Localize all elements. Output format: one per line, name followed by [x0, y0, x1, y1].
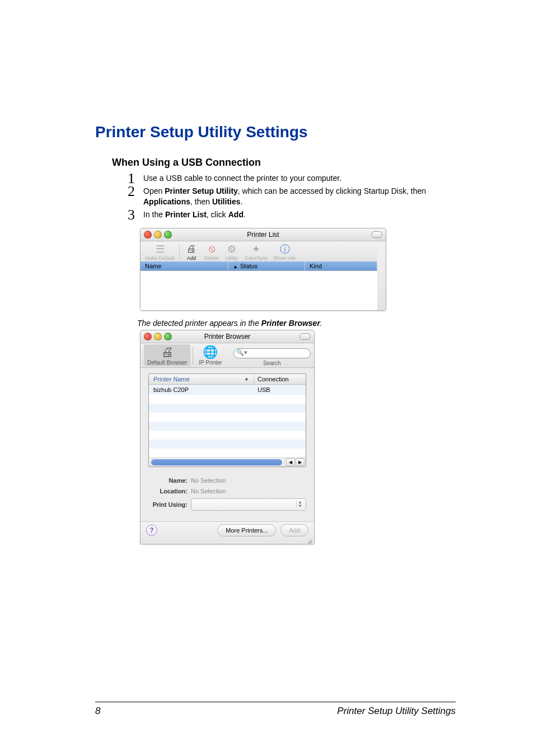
- column-connection[interactable]: Connection: [254, 374, 306, 384]
- make-default-label: Make Default: [145, 255, 175, 261]
- steps-list: 1 Use a USB cable to connect the printer…: [128, 173, 456, 220]
- utility-label: Utility: [226, 255, 238, 261]
- minimize-icon[interactable]: [154, 231, 162, 239]
- step-2-pre: Open: [143, 186, 165, 195]
- step-3-text: In the Printer List, click Add.: [143, 210, 246, 219]
- caption-text: The detected printer appears in the Prin…: [137, 319, 456, 328]
- printer-browser-titlebar[interactable]: Printer Browser: [140, 330, 314, 343]
- print-using-label: Print Using:: [148, 501, 188, 508]
- tab-default-browser-label: Default Browser: [147, 360, 187, 366]
- close-icon[interactable]: [144, 231, 152, 239]
- step-3-post: .: [243, 210, 246, 219]
- search-label: Search: [263, 360, 281, 366]
- make-default-icon: ☰: [153, 243, 167, 255]
- connection-value: USB: [254, 385, 306, 395]
- step-3-mid: , click: [207, 210, 228, 219]
- step-1-text: Use a USB cable to connect the printer t…: [143, 174, 341, 183]
- print-using-select[interactable]: ▲▼: [191, 498, 306, 511]
- toolbar-toggle-icon[interactable]: [299, 333, 311, 340]
- delete-label: Delete: [204, 255, 219, 261]
- section-subheading: When Using a USB Connection: [112, 157, 456, 169]
- ip-printer-icon: 🌐: [203, 345, 218, 360]
- footer-text: Printer Setup Utility Settings: [337, 706, 456, 717]
- step-2-b1: Printer Setup Utility: [165, 186, 238, 195]
- column-status[interactable]: ▲Status: [228, 262, 305, 270]
- step-3-pre: In the: [143, 210, 165, 219]
- step-2-mid2: , then: [190, 197, 212, 206]
- printer-list-title: Printer List: [247, 231, 279, 239]
- step-2-post: .: [241, 197, 243, 206]
- delete-icon: ⦸: [204, 243, 219, 255]
- utility-icon: ⚙: [224, 243, 239, 255]
- show-info-button[interactable]: ⓘ Show Info: [271, 242, 298, 262]
- step-2-text: Open Printer Setup Utility, which can be…: [143, 186, 426, 206]
- zoom-icon[interactable]: [164, 231, 172, 239]
- page-title: Printer Setup Utility Settings: [95, 123, 456, 141]
- zoom-icon[interactable]: [164, 333, 172, 340]
- printer-browser-window: Printer Browser 🖨 Default Browser 🌐 IP P…: [140, 330, 315, 544]
- caption-post: .: [320, 319, 322, 328]
- step-3: 3 In the Printer List, click Add.: [128, 209, 456, 220]
- close-icon[interactable]: [144, 333, 152, 340]
- location-value: No Selection: [191, 488, 306, 494]
- window-controls: [144, 333, 172, 340]
- more-printers-button[interactable]: More Printers...: [217, 524, 276, 536]
- tab-ip-printer-label: IP Printer: [199, 360, 222, 366]
- step-2-mid1: , which can be accessed by clicking Star…: [238, 186, 426, 195]
- sort-ascending-icon: ▲: [233, 264, 238, 269]
- name-value: No Selection: [191, 477, 306, 484]
- list-item[interactable]: bizhub C20P USB: [149, 385, 306, 395]
- step-1: 1 Use a USB cable to connect the printer…: [128, 173, 456, 184]
- printer-list-titlebar[interactable]: Printer List: [140, 228, 386, 241]
- page-footer: 8 Printer Setup Utility Settings: [95, 702, 456, 717]
- search-group: 🔍▾ Search: [233, 348, 311, 366]
- step-2: 2 Open Printer Setup Utility, which can …: [128, 186, 456, 207]
- toolbar-toggle-icon[interactable]: [371, 231, 382, 238]
- delete-button[interactable]: ⦸ Delete: [202, 242, 221, 262]
- add-printer-button[interactable]: Add: [280, 524, 308, 536]
- caption-pre: The detected printer appears in the: [137, 319, 261, 328]
- printer-list-toolbar: ☰ Make Default 🖨 Add ⦸ Delete ⚙ Utilit: [140, 241, 377, 262]
- add-label: Add: [187, 255, 196, 261]
- printer-details-form: Name: No Selection Location: No Selectio…: [148, 477, 306, 511]
- column-printer-name-label: Printer Name: [153, 376, 190, 382]
- page-number: 8: [95, 706, 100, 717]
- step-2-number: 2: [128, 181, 135, 201]
- minimize-icon[interactable]: [154, 333, 162, 340]
- tab-ip-printer[interactable]: 🌐 IP Printer: [195, 344, 226, 366]
- printer-browser-toolbar: 🖨 Default Browser 🌐 IP Printer 🔍▾ Search: [140, 343, 314, 368]
- printer-list-window: Printer List ☰ Make Default 🖨 Add ⦸: [140, 228, 386, 311]
- caption-bold: Printer Browser: [261, 319, 320, 328]
- printer-name-value: bizhub C20P: [149, 385, 254, 395]
- printer-browser-list: Printer Name ▲ Connection bizhub C20P US…: [148, 374, 306, 467]
- horizontal-scrollbar[interactable]: ◀ ▶: [149, 458, 306, 466]
- step-2-b2: Applications: [143, 197, 190, 206]
- make-default-button[interactable]: ☰ Make Default: [143, 242, 177, 262]
- add-button[interactable]: 🖨 Add: [182, 242, 201, 262]
- step-3-number: 3: [128, 205, 135, 225]
- colorsync-button[interactable]: ✦ ColorSync: [242, 242, 270, 262]
- printer-list-scrollbar[interactable]: [377, 241, 386, 310]
- tab-default-browser[interactable]: 🖨 Default Browser: [144, 344, 190, 366]
- colorsync-icon: ✦: [249, 243, 264, 255]
- location-label: Location:: [148, 488, 188, 494]
- step-3-b1: Printer List: [165, 210, 207, 219]
- scrollbar-track[interactable]: [151, 459, 282, 465]
- list-blank-rows: [149, 395, 306, 458]
- select-stepper-icon: ▲▼: [298, 500, 302, 508]
- colorsync-label: ColorSync: [245, 255, 268, 261]
- scroll-left-icon[interactable]: ◀: [286, 458, 295, 466]
- printer-list-body[interactable]: [140, 270, 377, 310]
- utility-button[interactable]: ⚙ Utility: [222, 242, 241, 262]
- info-icon: ⓘ: [278, 243, 292, 255]
- column-kind[interactable]: Kind: [305, 262, 377, 270]
- column-printer-name[interactable]: Printer Name ▲: [149, 374, 254, 384]
- step-2-b3: Utilities: [212, 197, 241, 206]
- search-icon: 🔍▾: [236, 349, 247, 356]
- scroll-right-icon[interactable]: ▶: [296, 458, 305, 466]
- printer-list-columns: Name ▲Status Kind: [140, 262, 377, 270]
- resize-grip-icon[interactable]: ◢: [140, 538, 314, 544]
- column-name[interactable]: Name: [140, 262, 228, 270]
- default-browser-icon: 🖨: [161, 345, 174, 360]
- help-button[interactable]: ?: [146, 525, 157, 536]
